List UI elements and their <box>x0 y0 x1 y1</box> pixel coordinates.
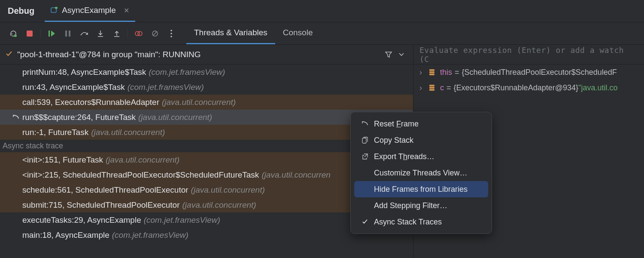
separator <box>128 29 128 38</box>
variable-value: {ScheduledThreadPoolExecutor$ScheduledF <box>462 68 617 77</box>
variable-row[interactable]: ›this = {ScheduledThreadPoolExecutor$Sch… <box>413 64 644 80</box>
frame-method: run:-1, FutureTask <box>22 128 88 137</box>
svg-point-14 <box>170 33 172 34</box>
frame-method: schedule:561, ScheduledThreadPoolExecuto… <box>22 185 188 195</box>
stack-frame[interactable]: printNum:48, AsyncExample$Task(com.jet.f… <box>0 64 413 80</box>
svg-rect-6 <box>69 31 70 37</box>
view-breakpoints-button[interactable] <box>132 27 145 40</box>
step-into-button[interactable] <box>94 27 107 40</box>
frame-method: run$$$capture:264, FutureTask <box>22 113 136 122</box>
frame-method: call:539, Executors$RunnableAdapter <box>22 98 159 107</box>
more-icon[interactable] <box>165 27 178 40</box>
svg-rect-3 <box>27 31 33 37</box>
step-out-button[interactable] <box>110 27 123 40</box>
svg-rect-22 <box>362 138 366 143</box>
svg-rect-7 <box>98 36 103 37</box>
tab-threads-variables[interactable]: Threads & Variables <box>186 22 275 44</box>
frame-package: (com.jet.framesView) <box>112 230 188 240</box>
resume-button[interactable] <box>45 27 58 40</box>
frame-method: executeTasks:29, AsyncExample <box>22 215 141 225</box>
svg-rect-5 <box>65 31 67 37</box>
stop-button[interactable] <box>23 27 36 40</box>
export-icon <box>360 154 370 160</box>
object-icon <box>428 68 436 76</box>
frame-package: (java.util.concurrent) <box>191 185 265 195</box>
close-icon[interactable]: ✕ <box>124 6 129 15</box>
file-tab[interactable]: AsyncExample ✕ <box>45 0 135 22</box>
svg-point-15 <box>170 36 172 37</box>
frame-package: (com.jet.framesView) <box>144 215 220 225</box>
check-icon <box>360 219 370 224</box>
pause-button[interactable] <box>61 27 74 40</box>
thread-title[interactable]: "pool-1-thread-1"@784 in group "main": R… <box>17 50 382 59</box>
svg-point-1 <box>55 7 58 9</box>
copy-icon <box>360 137 370 144</box>
svg-rect-8 <box>114 36 119 37</box>
svg-line-12 <box>153 31 157 36</box>
reset-frame-icon <box>12 114 20 120</box>
stack-frame[interactable]: run:43, AsyncExample$Task(com.jet.frames… <box>0 80 413 95</box>
reset-frame-icon <box>360 121 370 127</box>
svg-point-10 <box>138 31 142 36</box>
main-content: "pool-1-thread-1"@784 in group "main": R… <box>0 45 644 258</box>
svg-rect-16 <box>429 69 434 71</box>
frame-package: (java.util.concurrent) <box>91 128 165 137</box>
panel-label: Debug <box>0 0 45 22</box>
frame-package: (com.jet.framesView) <box>149 68 225 77</box>
variable-string: "java.util.co <box>578 83 617 92</box>
frame-package: (java.util.concurrent) <box>182 200 256 210</box>
evaluate-input[interactable]: Evaluate expression (Enter) or add a wat… <box>413 45 644 64</box>
frame-method: run:43, AsyncExample$Task <box>22 83 125 92</box>
chevron-right-icon[interactable]: › <box>419 68 425 77</box>
object-icon <box>428 84 436 92</box>
step-over-button[interactable] <box>78 27 91 40</box>
frame-method: submit:715, ScheduledThreadPoolExecutor <box>22 200 180 210</box>
svg-point-13 <box>170 30 172 31</box>
menu-customize-threads-view[interactable]: Customize Threads View… <box>354 165 488 181</box>
menu-hide-frames-libraries[interactable]: Hide Frames from Libraries <box>354 181 488 197</box>
frame-method: <init>:151, FutureTask <box>22 155 103 165</box>
separator <box>40 29 41 38</box>
chevron-down-icon[interactable] <box>395 48 408 61</box>
variable-value: {Executors$RunnableAdapter@934} <box>454 83 578 92</box>
svg-rect-17 <box>429 71 434 73</box>
variables-list: ›this = {ScheduledThreadPoolExecutor$Sch… <box>413 64 644 95</box>
frame-method: <init>:215, ScheduledThreadPoolExecutor$… <box>22 170 259 180</box>
frame-package: (java.util.concurrent) <box>138 113 212 122</box>
menu-add-stepping-filter[interactable]: Add Stepping Filter… <box>354 197 488 214</box>
header-row: Debug AsyncExample ✕ <box>0 0 644 22</box>
frame-method: main:18, AsyncExample <box>22 230 109 240</box>
variable-row[interactable]: ›c = {Executors$RunnableAdapter@934} "ja… <box>413 80 644 95</box>
context-menu: Reset Frame Copy Stack Export Threads… C… <box>350 112 492 234</box>
frame-package: (java.util.concurren <box>261 170 331 180</box>
subtabs: Threads & Variables Console <box>186 22 320 44</box>
svg-rect-4 <box>49 31 50 37</box>
menu-async-stack-traces[interactable]: Async Stack Traces <box>354 214 488 230</box>
tab-title: AsyncExample <box>62 6 116 15</box>
svg-rect-18 <box>429 74 434 75</box>
variable-name: c <box>440 83 444 92</box>
mute-breakpoints-button[interactable] <box>149 27 161 40</box>
svg-rect-20 <box>429 87 434 89</box>
run-config-icon <box>51 7 58 14</box>
rerun-button[interactable] <box>7 27 20 40</box>
check-icon <box>5 50 13 59</box>
stack-frame[interactable]: call:539, Executors$RunnableAdapter(java… <box>0 95 413 110</box>
frame-method: printNum:48, AsyncExample$Task <box>22 68 146 77</box>
menu-copy-stack[interactable]: Copy Stack <box>354 132 488 148</box>
svg-rect-19 <box>429 85 434 86</box>
frame-package: (java.util.concurrent) <box>106 155 179 165</box>
tab-console[interactable]: Console <box>275 22 321 44</box>
chevron-right-icon[interactable]: › <box>419 83 425 92</box>
filter-icon[interactable] <box>382 48 395 61</box>
menu-reset-frame[interactable]: Reset Frame <box>354 116 488 132</box>
frame-package: (java.util.concurrent) <box>162 98 236 107</box>
svg-point-2 <box>14 34 17 37</box>
variable-name: this <box>440 68 452 77</box>
thread-header: "pool-1-thread-1"@784 in group "main": R… <box>0 45 413 64</box>
toolbar: Threads & Variables Console <box>0 22 644 45</box>
frame-package: (com.jet.framesView) <box>128 83 204 92</box>
menu-export-threads[interactable]: Export Threads… <box>354 148 488 165</box>
svg-rect-21 <box>429 89 434 91</box>
